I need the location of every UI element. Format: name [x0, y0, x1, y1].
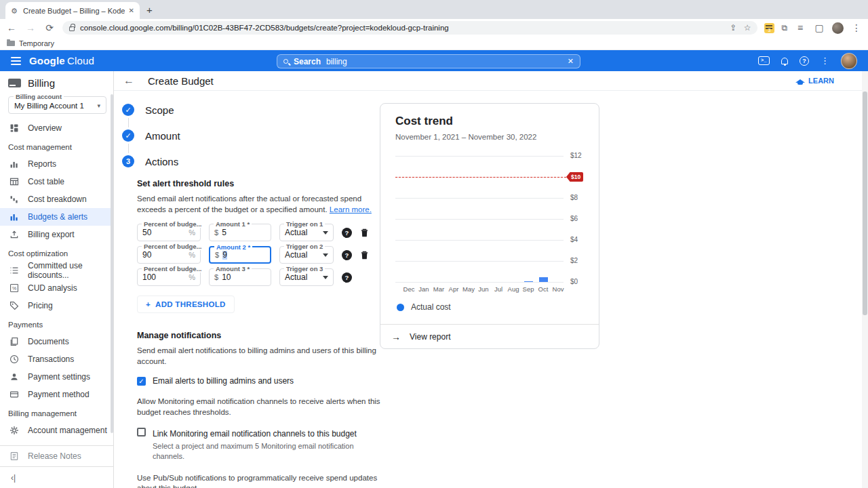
screenshot-extension-icon[interactable]: 3 [764, 23, 774, 33]
billing-product-title: Billing [28, 77, 55, 89]
clock-icon [9, 354, 19, 364]
trigger-on-select-1[interactable]: Trigger on 1 Actual [279, 224, 334, 241]
chart-gridline [395, 261, 564, 262]
bookmark-folder-icon [7, 41, 15, 46]
back-arrow-icon[interactable]: ← [123, 75, 134, 87]
google-cloud-logo[interactable]: GoogleCloud [29, 55, 94, 66]
link-monitoring-checkbox[interactable] [137, 428, 146, 436]
percent-of-budget-input-2[interactable]: Percent of budge... 90 % [137, 246, 201, 264]
back-icon[interactable]: ← [5, 22, 18, 33]
billing-product-header: Billing [0, 71, 113, 94]
sidebar-item-release-notes[interactable]: Release Notes [0, 446, 113, 466]
threshold-row: Percent of budge... 50 % Amount 1 * $ 5 … [137, 224, 381, 241]
trigger-on-select-3[interactable]: Trigger on 3 Actual [279, 268, 334, 286]
budgets-icon [9, 212, 19, 222]
sidebar-item-committed-use-discounts[interactable]: Committed use discounts... [0, 262, 113, 279]
selected-text: 9 [222, 250, 227, 260]
browser-tab[interactable]: ⚙ Create Budget – Billing – Kode ✕ [5, 2, 140, 19]
trigger-help-icon[interactable]: ? [342, 228, 352, 238]
email-alerts-checkbox[interactable]: ✓ [137, 377, 146, 386]
trigger-help-icon[interactable]: ? [342, 272, 352, 283]
add-threshold-button[interactable]: + ADD THRESHOLD [137, 296, 235, 313]
learn-button[interactable]: LEARN [795, 77, 834, 85]
main-panel: ← Create Budget LEARN ✓ Scope ✓ Amount 3… [114, 71, 868, 488]
export-icon [9, 230, 19, 239]
playlist-icon[interactable]: ≡ [794, 22, 806, 33]
share-icon[interactable]: ⇪ [730, 23, 737, 33]
trigger-help-icon[interactable]: ? [342, 250, 352, 260]
search-bar[interactable]: Search billing ✕ [277, 54, 580, 68]
percent-of-budget-input-3[interactable]: Percent of budge... 100 % [137, 268, 201, 286]
billing-account-select[interactable]: Billing account My Billing Account 1 ▾ [8, 96, 106, 114]
budget-amount-badge: $10 [566, 172, 583, 182]
email-alerts-checkbox-row: ✓ Email alerts to billing admins and use… [137, 376, 381, 386]
chevron-down-icon: ▾ [97, 102, 100, 109]
percent-of-budget-input-1[interactable]: Percent of budge... 50 % [137, 224, 201, 241]
sidebar-item-reports[interactable]: Reports [0, 155, 113, 173]
documents-icon [9, 337, 19, 346]
bookmark-folder-label[interactable]: Temporary [19, 39, 54, 47]
sidebar-item-payment-method[interactable]: Payment method [0, 386, 113, 403]
sidebar-item-documents[interactable]: Documents [0, 333, 113, 350]
help-icon[interactable]: ? [800, 56, 809, 66]
forward-icon[interactable]: → [24, 22, 37, 33]
address-bar[interactable]: console.cloud.google.com/billing/01C02B-… [62, 21, 757, 35]
extensions-puzzle-icon[interactable]: ⧉ [781, 23, 787, 33]
amount-input-3[interactable]: Amount 3 * $ 10 [209, 268, 271, 286]
chart-gridline [395, 240, 564, 241]
section-billing-management: Billing management [0, 403, 113, 422]
sidebar-item-cost-table[interactable]: Cost table [0, 173, 113, 190]
notifications-bell-icon[interactable] [781, 58, 788, 64]
y-axis-tick: $0 [570, 278, 578, 285]
sidebar-collapse-button[interactable]: ‹| [0, 466, 113, 488]
amount-input-2[interactable]: Amount 2 * $ 9 [209, 246, 271, 264]
sidebar-item-account-management[interactable]: Account management [0, 422, 113, 439]
bookmark-star-icon[interactable]: ☆ [744, 23, 751, 33]
window-icon[interactable]: ▢ [813, 22, 825, 33]
billing-card-icon [8, 79, 21, 87]
hamburger-menu-icon[interactable] [11, 55, 21, 67]
cloud-shell-icon[interactable]: >_ [758, 56, 770, 65]
page-scrollbar-thumb[interactable] [863, 92, 867, 315]
tab-favicon-icon: ⚙ [11, 7, 19, 15]
search-clear-icon[interactable]: ✕ [568, 57, 574, 66]
reload-icon[interactable]: ⟳ [43, 22, 56, 33]
page-scrollbar[interactable] [862, 71, 868, 488]
browser-navbar: ← → ⟳ console.cloud.google.com/billing/0… [0, 19, 868, 37]
learn-more-link[interactable]: Learn more. [330, 205, 372, 214]
amount-input-1[interactable]: Amount 1 * $ 5 [209, 224, 271, 241]
delete-threshold-icon[interactable] [360, 251, 369, 260]
page-title: Create Budget [148, 75, 214, 87]
search-query-text[interactable]: billing [326, 57, 562, 66]
trigger-on-select-2[interactable]: Trigger on 2 Actual [279, 246, 334, 264]
chevron-down-icon [323, 253, 328, 257]
sidebar-item-payment-settings[interactable]: Payment settings [0, 368, 113, 386]
tab-close-icon[interactable]: ✕ [129, 7, 134, 14]
gcp-header: GoogleCloud Search billing ✕ >_ ? ⋮ [0, 50, 868, 71]
legend-dot-icon [397, 304, 404, 311]
actual-cost-bar-oct [539, 277, 548, 282]
step-done-icon: ✓ [122, 129, 134, 142]
sidebar-item-overview[interactable]: Overview [0, 119, 113, 137]
tab-title: Create Budget – Billing – Kode [23, 7, 125, 15]
url-text[interactable]: console.cloud.google.com/billing/01C02B-… [80, 24, 725, 32]
tag-icon [9, 301, 19, 310]
browser-menu-icon[interactable]: ⋮ [850, 22, 863, 33]
actual-cost-bar-sep [524, 281, 533, 282]
account-avatar[interactable] [841, 53, 857, 69]
header-overflow-icon[interactable]: ⋮ [821, 56, 829, 66]
sidebar-item-transactions[interactable]: Transactions [0, 350, 113, 368]
browser-profile-avatar[interactable] [832, 22, 844, 34]
sidebar-item-cud-analysis[interactable]: % CUD analysis [0, 279, 113, 297]
sidebar-scrollbar[interactable] [111, 94, 113, 433]
sidebar-item-budgets-alerts[interactable]: Budgets & alerts [0, 208, 113, 226]
manage-notifications-description: Send email alert notifications to billin… [137, 346, 381, 367]
new-tab-button[interactable]: + [146, 4, 153, 16]
chart-gridline [395, 198, 564, 199]
sidebar-item-cost-breakdown[interactable]: Cost breakdown [0, 190, 113, 208]
sidebar-item-billing-export[interactable]: Billing export [0, 226, 113, 243]
view-report-button[interactable]: → View report [380, 325, 599, 348]
plus-icon: + [146, 300, 151, 308]
sidebar-item-pricing[interactable]: Pricing [0, 297, 113, 314]
delete-threshold-icon[interactable] [360, 228, 369, 237]
